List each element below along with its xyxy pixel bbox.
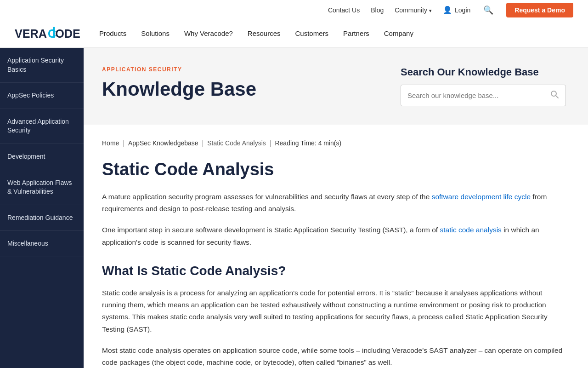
breadcrumb-home[interactable]: Home	[102, 139, 119, 147]
breadcrumb-knowledgebase[interactable]: AppSec Knowledgebase	[128, 139, 198, 147]
nav-company[interactable]: Company	[384, 29, 413, 37]
search-box	[401, 85, 566, 106]
sidebar: Application Security Basics AppSec Polic…	[0, 48, 84, 368]
top-bar: Contact Us Blog Community 👤 Login 🔍 Requ…	[0, 0, 588, 20]
page-layout: Application Security Basics AppSec Polic…	[0, 48, 588, 368]
nav-why-veracode[interactable]: Why Veracode?	[184, 29, 233, 37]
article-section2-para: Most static code analysis operates on ap…	[102, 345, 566, 368]
article-section1-para: Static code analysis is a process for an…	[102, 287, 566, 335]
article-paragraph-1: A mature application security program as…	[102, 191, 566, 215]
svg-line-5	[556, 96, 558, 98]
top-search-button[interactable]: 🔍	[481, 3, 495, 17]
breadcrumb-current: Static Code Analysis	[207, 139, 266, 147]
hero-section: APPLICATION SECURITY Knowledge Base Sear…	[84, 48, 588, 125]
hero-eyebrow: APPLICATION SECURITY	[102, 66, 382, 73]
hero-left: APPLICATION SECURITY Knowledge Base	[102, 66, 382, 100]
hero-title: Knowledge Base	[102, 78, 382, 100]
search-box-label: Search Our Knowledge Base	[401, 66, 566, 78]
svg-text:VERA: VERA	[15, 27, 47, 40]
main-nav: VERA C ODE Products Solutions Why Veraco…	[0, 20, 588, 48]
community-chevron-icon	[429, 6, 432, 14]
sidebar-item-web-app-flaws[interactable]: Web Application Flaws & Vulnerabilities	[0, 170, 84, 205]
login-link[interactable]: 👤 Login	[443, 6, 470, 14]
search-icon: 🔍	[483, 5, 493, 15]
article-para1-link[interactable]: software development life cycle	[432, 193, 531, 201]
nav-customers[interactable]: Customers	[295, 29, 329, 37]
sidebar-item-miscellaneous[interactable]: Miscellaneous	[0, 231, 84, 257]
nav-products[interactable]: Products	[99, 29, 126, 37]
sidebar-item-advanced-appsec[interactable]: Advanced Application Security	[0, 109, 84, 144]
breadcrumb-sep-3: |	[270, 139, 271, 147]
blog-link[interactable]: Blog	[371, 6, 384, 14]
article-body: A mature application security program as…	[102, 191, 566, 368]
sidebar-item-remediation[interactable]: Remediation Guidance	[0, 205, 84, 231]
hero-right: Search Our Knowledge Base	[401, 66, 566, 106]
breadcrumb: Home | AppSec Knowledgebase | Static Cod…	[102, 139, 566, 147]
article-paragraph-2: One important step in secure software de…	[102, 224, 566, 248]
nav-resources[interactable]: Resources	[248, 29, 281, 37]
reading-time: Reading Time: 4 min(s)	[275, 139, 341, 147]
search-box-icon	[550, 90, 559, 101]
user-icon: 👤	[443, 6, 452, 14]
article-section1-title: What Is Static Code Analysis?	[102, 263, 566, 279]
sidebar-item-development[interactable]: Development	[0, 144, 84, 170]
nav-partners[interactable]: Partners	[343, 29, 369, 37]
svg-rect-3	[53, 27, 55, 38]
knowledge-base-search-input[interactable]	[407, 92, 546, 99]
breadcrumb-sep-2: |	[202, 139, 204, 147]
nav-links: Products Solutions Why Veracode? Resourc…	[99, 29, 413, 38]
nav-solutions[interactable]: Solutions	[141, 29, 170, 37]
article-para2-link[interactable]: static code analysis	[440, 226, 501, 234]
article: Static Code Analysis A mature applicatio…	[102, 160, 566, 368]
article-para1-text-before: A mature application security program as…	[102, 193, 432, 201]
request-demo-button[interactable]: Request a Demo	[506, 3, 573, 17]
article-title: Static Code Analysis	[102, 160, 566, 180]
breadcrumb-sep-1: |	[123, 139, 124, 147]
community-link[interactable]: Community	[395, 6, 432, 14]
sidebar-item-appsec-policies[interactable]: AppSec Policies	[0, 83, 84, 109]
article-area: Home | AppSec Knowledgebase | Static Cod…	[84, 125, 588, 368]
contact-us-link[interactable]: Contact Us	[328, 6, 360, 14]
sidebar-item-appsec-basics[interactable]: Application Security Basics	[0, 48, 84, 83]
article-para2-text-before: One important step in secure software de…	[102, 226, 440, 234]
main-content: APPLICATION SECURITY Knowledge Base Sear…	[84, 48, 588, 368]
logo[interactable]: VERA C ODE	[15, 25, 81, 42]
svg-text:ODE: ODE	[55, 27, 80, 40]
